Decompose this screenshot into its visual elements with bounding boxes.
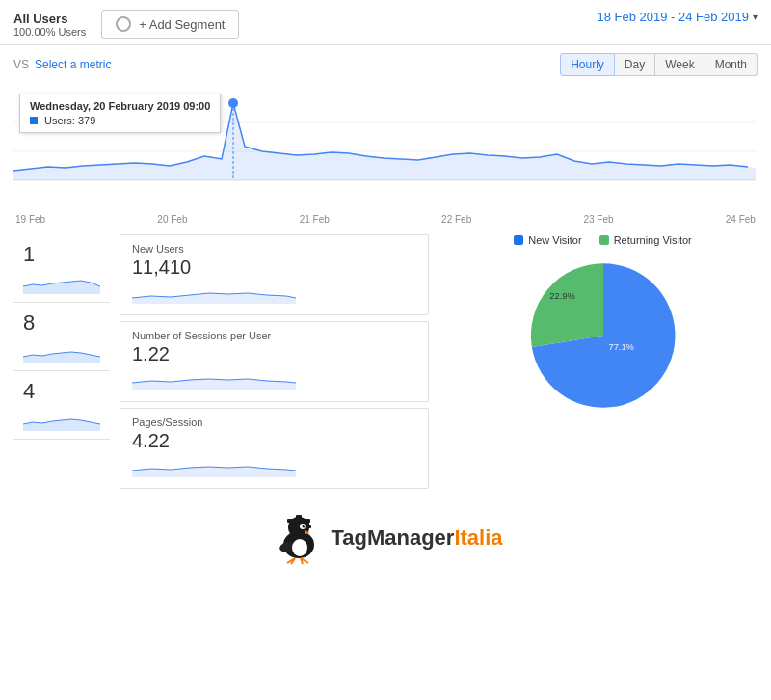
stats-col-left: 1 8 4 [13, 234, 110, 495]
stat-value-sessions-per-user: 1.22 [132, 343, 416, 365]
svg-point-19 [292, 539, 307, 556]
logo-italia-text: Italia [454, 525, 502, 551]
pie-label-new: 77.1% [608, 342, 634, 352]
svg-rect-7 [296, 515, 302, 519]
stat-main-value-1: 8 [23, 310, 100, 336]
stat-label-sessions-per-user: Number of Sessions per User [132, 330, 416, 341]
time-btn-hourly[interactable]: Hourly [560, 53, 615, 76]
x-label-1: 20 Feb [157, 214, 187, 225]
svg-point-12 [304, 525, 305, 526]
legend-new-visitor: New Visitor [514, 234, 581, 246]
time-btn-week[interactable]: Week [655, 53, 705, 76]
pie-legend: New Visitor Returning Visitor [514, 234, 692, 246]
bird-mascot-icon [268, 506, 331, 569]
legend-returning-visitor: Returning Visitor [599, 234, 692, 246]
logo-text-group: Tag Manager Italia [331, 525, 502, 551]
stats-col-right: New Users 11,410 Number of Sessions per … [120, 234, 429, 495]
stat-mini-chart-2 [23, 404, 100, 431]
time-filter-row: VS Select a metric Hourly Day Week Month [0, 45, 771, 84]
pie-section: New Visitor Returning Visitor 77.1% 22.9… [439, 234, 758, 495]
date-range-arrow-icon: ▾ [753, 12, 758, 22]
tooltip-dot-icon [30, 117, 38, 124]
stat-mini-chart-0 [23, 267, 100, 294]
svg-rect-8 [307, 519, 309, 526]
stat-main-value-2: 4 [23, 379, 100, 404]
stat-sparkline-new-users [132, 283, 296, 304]
svg-rect-9 [306, 525, 311, 528]
legend-returning-dot [599, 235, 609, 245]
add-segment-button[interactable]: + Add Segment [101, 10, 239, 39]
stat-main-card-1: 8 [13, 303, 110, 371]
x-label-3: 22 Feb [441, 214, 471, 225]
select-metric-link[interactable]: Select a metric [35, 58, 111, 71]
vs-text: VS [13, 58, 29, 71]
legend-new-dot [514, 235, 523, 245]
time-buttons-group: Hourly Day Week Month [560, 53, 758, 76]
stats-pie-row: 1 8 4 New Users 11,410 [0, 225, 771, 495]
x-label-2: 21 Feb [300, 214, 330, 225]
footer-logo: Tag Manager Italia [0, 495, 771, 575]
date-range-picker[interactable]: 18 Feb 2019 - 24 Feb 2019 ▾ [597, 10, 758, 24]
x-label-0: 19 Feb [15, 214, 45, 225]
x-label-4: 23 Feb [583, 214, 613, 225]
stat-main-value-0: 1 [23, 242, 100, 267]
stat-card-pages-per-session: Pages/Session 4.22 [120, 408, 429, 489]
stat-value-pages-per-session: 4.22 [132, 430, 416, 452]
all-users-title: All Users [13, 12, 86, 26]
x-axis-labels: 19 Feb 20 Feb 21 Feb 22 Feb 23 Feb 24 Fe… [13, 214, 758, 225]
pie-label-returning: 22.9% [549, 291, 575, 301]
stat-sparkline-sessions-per-user [132, 369, 296, 390]
chart-container: Wednesday, 20 February 2019 09:00 Users:… [0, 84, 771, 225]
stat-main-card-2: 4 [13, 371, 110, 440]
header-row: All Users 100.00% Users + Add Segment 18… [0, 0, 771, 45]
chart-tooltip: Wednesday, 20 February 2019 09:00 Users:… [19, 94, 221, 133]
add-segment-circle-icon [116, 16, 131, 32]
legend-new-label: New Visitor [528, 234, 581, 246]
segment-section: All Users 100.00% Users + Add Segment [13, 10, 239, 39]
time-btn-month[interactable]: Month [705, 53, 758, 76]
logo-tag-text: Tag [331, 525, 366, 551]
tooltip-metric: Users [44, 115, 72, 126]
add-segment-label: + Add Segment [139, 17, 225, 32]
legend-returning-label: Returning Visitor [614, 234, 692, 246]
stat-card-sessions-per-user: Number of Sessions per User 1.22 [120, 321, 429, 402]
tooltip-value: Users: 379 [30, 115, 210, 126]
all-users-sub: 100.00% Users [13, 26, 86, 38]
stat-label-pages-per-session: Pages/Session [132, 417, 416, 428]
stat-mini-chart-1 [23, 336, 100, 363]
pie-slice-returning [530, 263, 602, 347]
stat-sparkline-pages-per-session [132, 456, 296, 477]
pie-chart-svg: 77.1% 22.9% [512, 254, 695, 417]
stat-value-new-users: 11,410 [132, 256, 416, 279]
date-range-text: 18 Feb 2019 - 24 Feb 2019 [597, 10, 749, 24]
stat-card-new-users: New Users 11,410 [120, 234, 429, 315]
stat-main-card-0: 1 [13, 234, 110, 303]
tooltip-number: 379 [78, 115, 95, 126]
x-label-5: 24 Feb [726, 214, 756, 225]
svg-point-11 [303, 525, 306, 528]
logo-manager-text: Manager [367, 525, 454, 551]
stat-label-new-users: New Users [132, 243, 416, 255]
vs-metric-section: VS Select a metric [13, 58, 111, 71]
tooltip-title: Wednesday, 20 February 2019 09:00 [30, 100, 210, 112]
time-btn-day[interactable]: Day [615, 53, 655, 76]
all-users-block: All Users 100.00% Users [13, 12, 86, 38]
svg-rect-6 [287, 519, 310, 523]
